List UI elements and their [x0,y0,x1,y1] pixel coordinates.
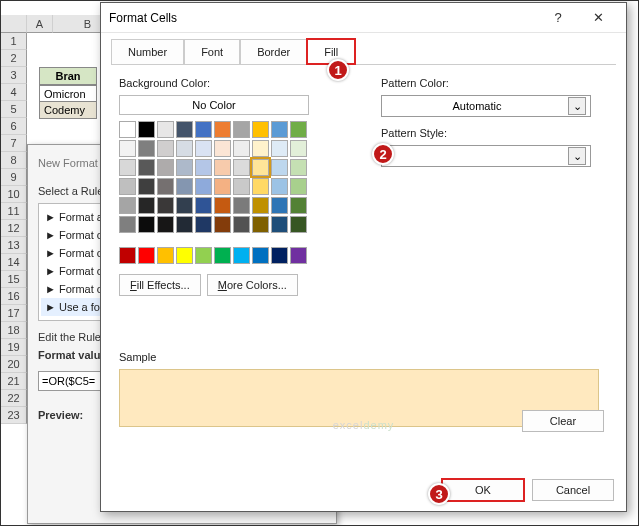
color-swatch[interactable] [290,121,307,138]
color-swatch[interactable] [176,121,193,138]
row-17[interactable]: 17 [1,305,27,322]
cancel-button[interactable]: Cancel [532,479,614,501]
no-color-button[interactable]: No Color [119,95,309,115]
color-swatch[interactable] [138,197,155,214]
color-swatch[interactable] [271,216,288,233]
color-swatch[interactable] [214,178,231,195]
row-1[interactable]: 1 [1,33,27,50]
color-swatch[interactable] [290,140,307,157]
row-18[interactable]: 18 [1,322,27,339]
help-button[interactable]: ? [538,10,578,25]
row-14[interactable]: 14 [1,254,27,271]
color-swatch[interactable] [252,247,269,264]
color-swatch[interactable] [214,247,231,264]
row-11[interactable]: 11 [1,203,27,220]
color-swatch[interactable] [252,140,269,157]
color-swatch[interactable] [290,197,307,214]
color-swatch[interactable] [176,216,193,233]
row-20[interactable]: 20 [1,356,27,373]
color-swatch[interactable] [157,247,174,264]
color-swatch[interactable] [271,159,288,176]
color-swatch[interactable] [176,140,193,157]
color-swatch[interactable] [176,197,193,214]
row-23[interactable]: 23 [1,407,27,424]
row-4[interactable]: 4 [1,84,27,101]
cell-codemy[interactable]: Codemy [39,101,97,119]
color-swatch[interactable] [138,140,155,157]
color-swatch[interactable] [138,247,155,264]
row-8[interactable]: 8 [1,152,27,169]
color-swatch[interactable] [119,197,136,214]
color-swatch[interactable] [157,140,174,157]
row-5[interactable]: 5 [1,101,27,118]
row-3[interactable]: 3 [1,67,27,84]
row-12[interactable]: 12 [1,220,27,237]
color-swatch[interactable] [252,178,269,195]
pattern-style-select[interactable]: ⌄ [381,145,591,167]
row-13[interactable]: 13 [1,237,27,254]
color-swatch[interactable] [214,197,231,214]
ok-button[interactable]: OK [442,479,524,501]
row-16[interactable]: 16 [1,288,27,305]
color-swatch[interactable] [290,247,307,264]
row-15[interactable]: 15 [1,271,27,288]
clear-button[interactable]: Clear [522,410,604,432]
color-swatch[interactable] [195,121,212,138]
color-swatch[interactable] [233,159,250,176]
color-swatch[interactable] [290,178,307,195]
color-swatch[interactable] [157,216,174,233]
color-swatch[interactable] [195,247,212,264]
row-21[interactable]: 21 [1,373,27,390]
row-9[interactable]: 9 [1,169,27,186]
color-swatch[interactable] [119,247,136,264]
cell-brand-header[interactable]: Bran [39,67,97,85]
color-swatch[interactable] [271,121,288,138]
row-6[interactable]: 6 [1,118,27,135]
color-swatch[interactable] [119,178,136,195]
color-swatch[interactable] [233,140,250,157]
color-swatch[interactable] [119,140,136,157]
color-swatch[interactable] [119,159,136,176]
color-swatch[interactable] [214,140,231,157]
row-10[interactable]: 10 [1,186,27,203]
row-22[interactable]: 22 [1,390,27,407]
color-swatch[interactable] [119,216,136,233]
color-swatch[interactable] [233,247,250,264]
color-swatch[interactable] [119,121,136,138]
color-swatch[interactable] [214,121,231,138]
color-swatch[interactable] [290,216,307,233]
col-select-all[interactable] [1,15,27,33]
color-swatch[interactable] [252,121,269,138]
pattern-color-select[interactable]: Automatic ⌄ [381,95,591,117]
color-swatch[interactable] [214,159,231,176]
color-swatch[interactable] [233,216,250,233]
color-swatch[interactable] [252,159,269,176]
row-7[interactable]: 7 [1,135,27,152]
fill-effects-button[interactable]: FFill Effects...ill Effects... [119,274,201,296]
color-swatch[interactable] [252,216,269,233]
color-swatch[interactable] [271,197,288,214]
color-swatch[interactable] [138,159,155,176]
color-swatch[interactable] [195,197,212,214]
tab-font[interactable]: Font [184,39,240,64]
col-a[interactable]: A [27,15,53,33]
color-swatch[interactable] [233,121,250,138]
color-swatch[interactable] [195,140,212,157]
color-swatch[interactable] [176,247,193,264]
color-swatch[interactable] [252,197,269,214]
color-swatch[interactable] [176,159,193,176]
color-swatch[interactable] [138,216,155,233]
color-swatch[interactable] [157,178,174,195]
row-19[interactable]: 19 [1,339,27,356]
more-colors-button[interactable]: More Colors... [207,274,298,296]
color-swatch[interactable] [195,178,212,195]
color-swatch[interactable] [271,178,288,195]
color-swatch[interactable] [214,216,231,233]
color-swatch[interactable] [138,178,155,195]
color-swatch[interactable] [157,121,174,138]
color-swatch[interactable] [290,159,307,176]
close-button[interactable]: ✕ [578,10,618,25]
color-swatch[interactable] [176,178,193,195]
color-swatch[interactable] [195,159,212,176]
color-swatch[interactable] [195,216,212,233]
